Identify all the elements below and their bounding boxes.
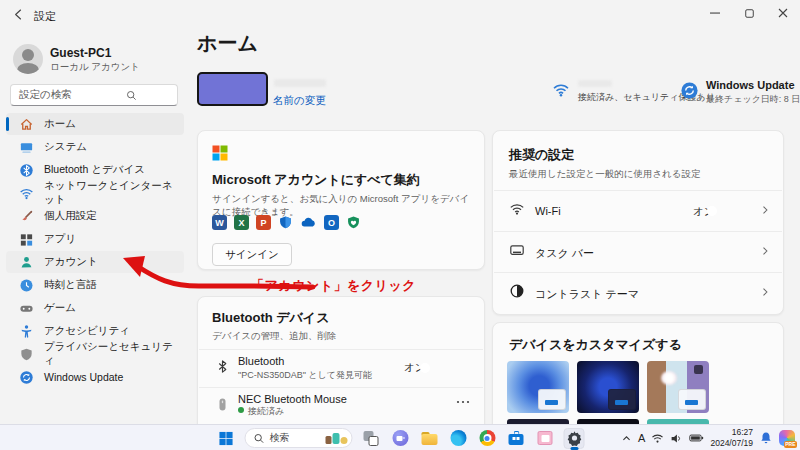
excel-icon: X	[234, 215, 249, 230]
update-status-text: 最終チェック日時: 8 日前	[706, 93, 800, 106]
theme-thumbnail-light[interactable]	[507, 361, 569, 413]
redacted-network-name	[578, 80, 612, 87]
onedrive-icon	[300, 215, 317, 230]
search-icon	[94, 90, 169, 101]
microsoft-store-icon[interactable]	[506, 428, 527, 449]
recommended-subtitle: 最近使用した設定と一般的に使用される設定	[509, 168, 701, 181]
customize-title: デバイスをカスタマイズする	[509, 336, 682, 354]
tray-battery-icon[interactable]	[689, 432, 704, 444]
sidebar-item-privacy-security[interactable]: プライバシーとセキュリティ	[6, 343, 184, 365]
outlook-icon: O	[324, 215, 339, 230]
chat-icon[interactable]	[390, 428, 411, 449]
tray-wifi-icon[interactable]	[651, 432, 664, 445]
photos-icon[interactable]	[535, 428, 556, 449]
clock-icon	[19, 278, 34, 293]
bluetooth-card-subtitle: デバイスの管理、追加、削除	[212, 330, 337, 343]
sidebar-item-personalization[interactable]: 個人用設定	[6, 205, 184, 227]
sidebar-item-time-language[interactable]: 時刻と言語	[6, 274, 184, 296]
ms-app-icons: W X P O	[212, 215, 361, 230]
task-view-icon[interactable]	[361, 428, 382, 449]
file-explorer-icon[interactable]	[419, 428, 440, 449]
tray-chevron-up-icon[interactable]	[621, 433, 632, 444]
network-icon	[19, 186, 34, 201]
tray-clock[interactable]: 16:272024/07/19	[710, 427, 753, 448]
rename-link[interactable]: 名前の変更	[273, 94, 326, 108]
taskbar-search-input[interactable]: 検索	[245, 428, 353, 448]
apps-icon	[19, 232, 34, 247]
settings-icon[interactable]	[564, 428, 585, 449]
theme-preview-card	[678, 389, 706, 410]
taskbar-settings-icon	[509, 242, 525, 258]
microsoft-account-card: Microsoft アカウントにすべて集約 サインインすると、お気に入りの Mi…	[197, 130, 485, 270]
account-icon	[19, 255, 34, 270]
edge-icon[interactable]	[448, 428, 469, 449]
tray-time: 16:27	[732, 427, 753, 437]
sidebar-item-network[interactable]: ネットワークとインターネット	[6, 182, 184, 204]
signin-label: サインイン	[225, 248, 279, 262]
theme-thumbnail-flower[interactable]	[647, 361, 709, 413]
theme-thumbnail-dark[interactable]	[577, 361, 639, 413]
sidebar-item-label: プライバシーとセキュリティ	[44, 340, 178, 368]
tray-date: 2024/07/19	[710, 438, 753, 448]
row-label: Wi-Fi	[535, 205, 561, 217]
more-options-icon[interactable]	[456, 399, 470, 405]
recommended-settings-card: 推奨の設定 最近使用した設定と一般的に使用される設定 Wi-Fi オン タスク …	[492, 130, 784, 315]
theme-preview-card	[608, 389, 636, 410]
settings-search-input[interactable]: 設定の検索	[10, 84, 178, 106]
connected-dot	[238, 407, 244, 413]
sidebar-item-accounts[interactable]: アカウント	[6, 251, 184, 273]
sidebar-item-label: 個人用設定	[44, 209, 97, 223]
recommended-title: 推奨の設定	[509, 146, 574, 164]
wifi-status-summary[interactable]: 接続済み、セキュリティ保護あり	[552, 78, 682, 108]
sidebar-item-windows-update[interactable]: Windows Update	[6, 366, 184, 388]
search-highlight-image	[326, 433, 348, 444]
bluetooth-glyph-icon	[215, 359, 230, 374]
ime-indicator[interactable]: A	[638, 432, 645, 444]
user-name: Guest-PC1	[50, 46, 111, 60]
home-icon	[19, 117, 34, 132]
sidebar-item-apps[interactable]: アプリ	[6, 228, 184, 250]
tray-volume-icon[interactable]	[670, 432, 683, 445]
chrome-icon[interactable]	[477, 428, 498, 449]
search-icon	[254, 433, 265, 444]
back-button[interactable]	[12, 8, 25, 21]
theme-preview-card	[538, 389, 566, 410]
microsoft-logo	[212, 145, 228, 161]
sidebar-item-home[interactable]: ホーム	[6, 113, 184, 135]
sidebar-item-accessibility[interactable]: アクセシビリティ	[6, 320, 184, 342]
chevron-right-icon	[759, 204, 771, 216]
powerpoint-icon: P	[256, 215, 271, 230]
copilot-icon[interactable]: PRE	[779, 430, 795, 446]
window-controls	[698, 0, 800, 26]
accessibility-icon	[19, 324, 34, 339]
windows-update-icon	[19, 370, 34, 385]
sidebar-item-gaming[interactable]: ゲーム	[6, 297, 184, 319]
mouse-row-title: NEC Bluetooth Mouse	[238, 393, 347, 405]
sidebar-nav: ホーム システム Bluetooth とデバイス ネットワークとインターネット …	[0, 112, 190, 389]
sidebar-item-label: ホーム	[44, 117, 76, 131]
copilot-badge: PRE	[784, 441, 797, 448]
maximize-button[interactable]	[732, 0, 766, 26]
bluetooth-card-title: Bluetooth デバイス	[212, 309, 329, 327]
bluetooth-icon	[19, 163, 34, 178]
notification-bell-icon[interactable]	[759, 431, 773, 445]
defender-icon	[278, 215, 293, 230]
annotation-text: 「アカウント」をクリック	[251, 277, 416, 295]
shield-icon	[19, 347, 34, 362]
sidebar-item-bluetooth-devices[interactable]: Bluetooth とデバイス	[6, 159, 184, 181]
signin-button[interactable]: サインイン	[212, 243, 292, 266]
row-label: コントラスト テーマ	[535, 287, 639, 302]
bluetooth-row-title: Bluetooth	[238, 355, 284, 367]
start-button[interactable]	[216, 428, 237, 449]
windows-update-summary[interactable]: Windows Update 最終チェック日時: 8 日前	[680, 78, 795, 108]
avatar[interactable]	[13, 44, 43, 74]
wifi-icon	[552, 81, 570, 99]
sidebar-item-system[interactable]: システム	[6, 136, 184, 158]
sidebar-item-label: アカウント	[44, 255, 98, 269]
close-button[interactable]	[766, 0, 800, 26]
sidebar-item-label: 時刻と言語	[44, 278, 97, 292]
page-title: ホーム	[197, 30, 258, 57]
minimize-button[interactable]	[698, 0, 732, 26]
ms-card-title: Microsoft アカウントにすべて集約	[212, 171, 420, 189]
taskbar-search-placeholder: 検索	[270, 431, 321, 445]
